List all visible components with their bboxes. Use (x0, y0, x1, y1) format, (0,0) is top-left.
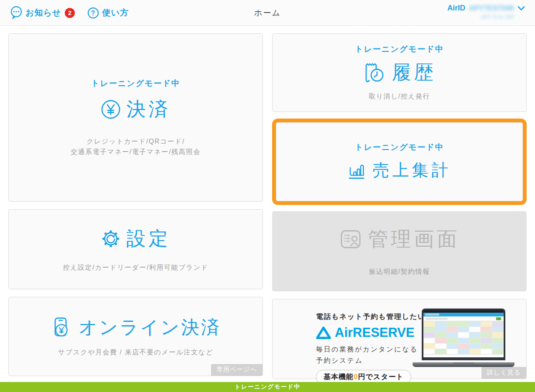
contact-card-icon (339, 229, 362, 250)
payment-subtitle-line2: 交通系電子マネー/電子マネー/残高照会 (71, 147, 201, 157)
online-page-link[interactable]: 専用ページへ (211, 364, 262, 376)
settings-subtitle: 控え設定/カードリーダー/利用可能ブランド (63, 263, 209, 273)
payment-title-row: 決済 (101, 96, 171, 122)
notifications-button[interactable]: お知らせ 2 (10, 6, 75, 20)
badge-prefix: 基本機能 (324, 372, 354, 382)
settings-title-row: 設定 (101, 226, 171, 252)
training-mode-label: トレーニングモード中 (355, 44, 444, 55)
admin-screen-card-disabled[interactable]: 管理画面 振込明細/契約情報 (272, 211, 527, 291)
admin-title-row: 管理画面 (339, 226, 460, 253)
settings-card[interactable]: 設定 控え設定/カードリーダー/利用可能ブランド (8, 209, 263, 289)
reserve-text-block: 電話もネット予約も管理したい AirRESERVE 毎日の業務がカンタンになる … (316, 312, 437, 384)
history-title: 履歴 (392, 60, 436, 86)
notifications-label: お知らせ (25, 7, 61, 18)
online-subtitle: サブスクや月会費 / 来店不要のメール注文など (58, 347, 214, 358)
reserve-desc-line2: 予約システム (316, 355, 437, 366)
badge-suffix: 円でスタート (358, 372, 404, 382)
airid-label: AirID (447, 4, 465, 13)
training-mode-label: トレーニングモード中 (91, 78, 180, 89)
chevron-down-icon (517, 6, 525, 11)
home-grid: トレーニングモード中 決済 クレジットカード/QRコード/ 交通系電子マネー/電… (0, 26, 535, 379)
online-title: オンライン決済 (79, 315, 221, 340)
svg-text:?: ? (91, 9, 96, 16)
reserve-detail-link[interactable]: 詳しく見る (482, 367, 526, 379)
admin-title: 管理画面 (368, 226, 460, 253)
admin-subtitle: 振込明細/契約情報 (369, 267, 430, 277)
help-label: 使い方 (102, 7, 128, 18)
history-subtitle: 取り消し/控え発行 (369, 91, 430, 102)
history-card[interactable]: トレーニングモード中 履歴 取り消し/控え発行 (272, 33, 527, 112)
laptop-green-button (496, 317, 501, 320)
online-title-row: オンライン決済 (50, 315, 221, 340)
payment-card[interactable]: トレーニングモード中 決済 クレジットカード/QRコード/ 交通系電子マネー/電… (8, 33, 263, 202)
speech-bubble-icon (10, 6, 23, 20)
help-button[interactable]: ? 使い方 (87, 7, 128, 19)
payment-title: 決済 (127, 96, 171, 122)
left-column: トレーニングモード中 決済 クレジットカード/QRコード/ 交通系電子マネー/電… (8, 33, 263, 379)
bar-chart-icon (348, 161, 367, 180)
rounded-triangle-icon (316, 326, 331, 340)
airid-sub-blurred: APY 9 01 000 (447, 14, 514, 20)
training-mode-label: トレーニングモード中 (355, 142, 444, 153)
reserve-desc-line1: 毎日の業務がカンタンになる (316, 344, 437, 355)
sales-title-row: 売上集計 (348, 159, 451, 182)
sales-summary-card-highlighted[interactable]: トレーニングモード中 売上集計 (272, 119, 527, 205)
right-column: トレーニングモード中 履歴 取り消し/控え発行 トレーニングモード中 (272, 33, 527, 379)
airreserve-promo-card[interactable]: 電話もネット予約も管理したい AirRESERVE 毎日の業務がカンタンになる … (272, 299, 527, 379)
history-title-row: 履歴 (363, 60, 436, 86)
training-mode-banner: トレーニングモード中 (0, 382, 535, 392)
gear-icon (101, 229, 121, 249)
airid-value-blurred: APYTEST048 (469, 4, 514, 13)
airreserve-logo: AirRESERVE (316, 325, 437, 340)
header: お知らせ 2 ? 使い方 ホーム AirID APYTEST048 APY 9 … (0, 0, 535, 26)
reserve-headline: 電話もネット予約も管理したい (316, 312, 437, 321)
payment-subtitle-line1: クレジットカード/QRコード/ (71, 137, 201, 147)
header-left: お知らせ 2 ? 使い方 (10, 6, 129, 20)
account-menu[interactable]: AirID APYTEST048 APY 9 01 000 (447, 4, 525, 20)
settings-title: 設定 (127, 226, 171, 252)
question-circle-icon: ? (87, 7, 99, 19)
badge-highlight: 0 (354, 373, 358, 381)
reserve-description: 毎日の業務がカンタンになる 予約システム (316, 344, 437, 366)
account-row: AirID APYTEST048 (447, 4, 525, 13)
reserve-brand-text: AirRESERVE (335, 325, 415, 340)
online-payment-card[interactable]: オンライン決済 サブスクや月会費 / 来店不要のメール注文など 専用ページへ (8, 297, 263, 376)
notification-count-badge: 2 (65, 8, 75, 18)
phone-yen-icon (50, 316, 73, 339)
payment-subtitle: クレジットカード/QRコード/ 交通系電子マネー/電子マネー/残高照会 (71, 137, 201, 157)
yen-circle-icon (101, 99, 121, 119)
sales-title: 売上集計 (373, 159, 451, 182)
receipt-clock-icon (363, 62, 386, 83)
